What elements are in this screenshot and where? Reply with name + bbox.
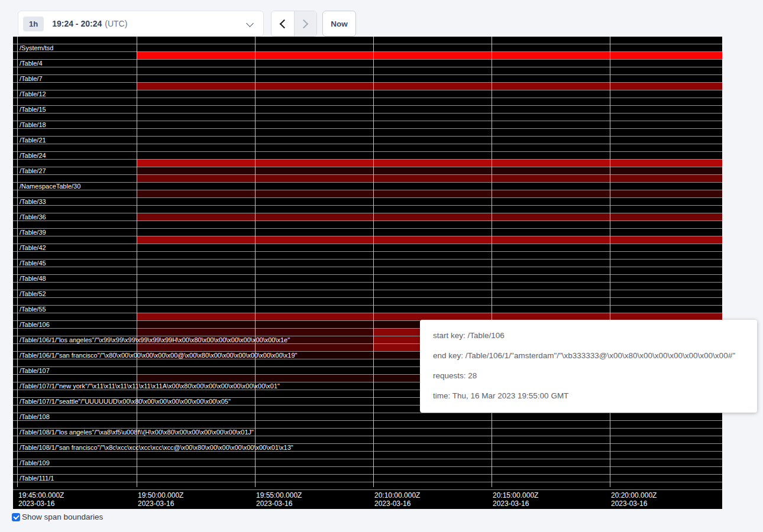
span-boundary-line [13,197,722,198]
heatmap-band [137,160,722,167]
span-boundary-line [13,297,722,298]
time-gridline [17,37,18,487]
span-boundary-line [13,98,722,98]
chevron-down-icon [246,20,254,27]
now-button[interactable]: Now [322,11,356,37]
row-label: /Table/108/1/"los angeles"/"\xa8\xf5\u00… [20,429,254,436]
span-boundary-line [13,174,722,175]
axis-tick-label: 20:20:00.000Z2023-03-16 [611,491,657,508]
row-label: /Table/27 [20,167,46,175]
row-label: /Table/109 [20,459,50,467]
span-boundary-line [13,159,722,160]
row-label: /Table/55 [20,306,46,313]
span-boundary-line [13,466,722,467]
span-boundary-line [13,220,722,221]
span-boundary-line [13,44,722,44]
heatmap-band [137,167,722,174]
row-label: /Table/33 [20,198,46,206]
row-label: /Table/107/1/"seattle"/"UUUUUUD\x00\x80\… [20,398,231,406]
span-boundary-line [13,113,722,113]
row-label: /Table/108 [20,413,50,421]
span-boundary-line [13,105,722,106]
row-label: /Table/111/1 [20,475,54,482]
row-label: /Table/42 [20,244,46,252]
axis-tick-label: 19:45:00.000Z2023-03-16 [18,491,64,508]
span-boundary-line [13,267,722,267]
timezone-label: (UTC) [105,19,127,28]
heatmap-band [137,190,722,197]
row-label: /Table/52 [20,290,46,298]
time-gridline [610,37,610,487]
span-boundary-line [13,167,722,167]
row-label: /Table/39 [20,229,46,236]
axis-tick-label: 19:50:00.000Z2023-03-16 [138,491,183,508]
row-label: /Table/7 [20,75,43,83]
span-boundary-line [13,482,722,482]
hover-tooltip: start key: /Table/106 end key: /Table/10… [420,320,757,413]
footer: Show span boundaries [12,512,103,523]
axis-tick-label: 19:55:00.000Z2023-03-16 [256,491,302,508]
span-boundary-line [13,489,722,490]
tooltip-end-key: end key: /Table/106/1/"amsterdam"/"\xb33… [433,350,744,362]
row-label: /Table/21 [20,137,46,144]
row-label: /Table/15 [20,106,46,113]
chevron-right-icon [299,20,308,29]
span-boundary-line [13,259,722,259]
span-boundary-line [13,290,722,290]
row-label: /Table/4 [20,60,43,67]
time-gridline [492,37,492,487]
span-boundary-line [13,51,722,52]
span-boundary-line [13,121,722,121]
tooltip-time: time: Thu, 16 Mar 2023 19:55:00 GMT [433,390,744,402]
span-boundary-line [13,282,722,283]
time-pager [271,11,317,37]
span-boundary-line [13,236,722,236]
span-boundary-line [13,205,722,206]
span-boundary-line [13,128,722,129]
show-span-boundaries-checkbox[interactable] [12,513,20,521]
span-boundary-line [13,251,722,252]
row-label: /Table/106/1/"san francisco"/"\x80\x00\x… [20,352,298,359]
span-boundary-line [13,228,722,229]
span-boundary-line [13,67,722,67]
next-button[interactable] [294,11,317,36]
row-label: /Table/24 [20,152,46,160]
span-boundary-line [13,459,722,459]
axis-tick-label: 20:10:00.000Z2023-03-16 [374,491,420,508]
row-label: /Table/106/1/"los angeles"/"\x99\x99\x99… [20,336,290,344]
span-boundary-line [13,244,722,244]
row-label: /Table/18 [20,121,46,129]
row-label: /Table/108/1/"san francisco"/"\x8c\xcc\x… [20,444,293,452]
span-boundary-line [13,82,722,83]
row-label: /Table/48 [20,275,46,283]
span-boundary-line [13,182,722,183]
span-boundary-line [13,59,722,60]
span-boundary-line [13,313,722,313]
row-label: /Table/12 [20,90,46,98]
range-preset-badge: 1h [23,17,44,31]
time-range-select[interactable]: 1h 19:24 - 20:24 (UTC) [18,11,264,37]
heatmap-band [137,83,722,90]
row-label: /Table/107 [20,367,50,375]
tooltip-start-key: start key: /Table/106 [433,330,744,342]
span-boundary-line [13,144,722,144]
time-gridline [137,37,137,487]
heatmap-band [137,52,722,59]
axis-tick-label: 20:15:00.000Z2023-03-16 [493,491,538,508]
row-label: /Table/36 [20,213,46,221]
heatmap-canvas[interactable]: /System/tsd/Table/4/Table/7/Table/12/Tab… [13,37,722,509]
prev-button[interactable] [271,11,294,36]
span-boundary-line [13,213,722,213]
time-gridline [373,37,374,487]
span-boundary-line [13,474,722,475]
span-boundary-line [13,305,722,306]
span-boundary-line [13,274,722,275]
heatmap-band [137,175,722,182]
row-label: /Table/107/1/"new york"/"\x11\x11\x11\x1… [20,382,280,390]
span-boundary-line [13,151,722,152]
show-span-boundaries-label: Show span boundaries [22,512,103,523]
tooltip-requests: requests: 28 [433,370,744,382]
span-boundary-line [13,136,722,137]
span-boundary-line [13,74,722,75]
row-label: /System/tsd [20,44,53,52]
